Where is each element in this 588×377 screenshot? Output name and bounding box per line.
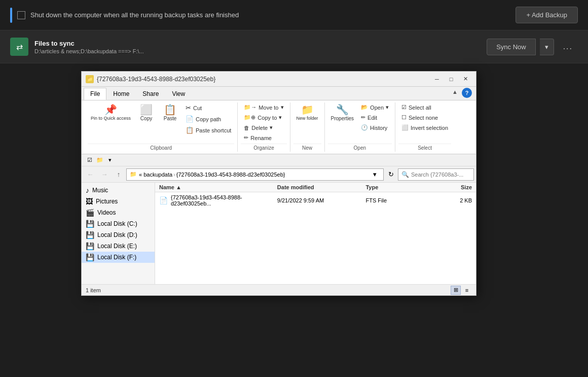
shutdown-checkbox[interactable] — [17, 11, 25, 19]
col-header-type[interactable]: Type — [365, 184, 424, 190]
quick-access-down-icon[interactable]: ▾ — [105, 156, 115, 165]
select-all-button[interactable]: ☑ Select all — [398, 102, 451, 112]
copy-button[interactable]: ⬜ Copy — [135, 102, 158, 123]
tab-file[interactable]: File — [84, 88, 106, 100]
quick-access-folder-icon[interactable]: 📁 — [95, 156, 105, 165]
title-bar-controls: ─ □ ✕ — [430, 74, 472, 84]
ribbon-collapse-icon[interactable]: ▲ — [450, 87, 460, 100]
shutdown-text: Shut down the computer when all the runn… — [30, 11, 239, 19]
table-row[interactable]: 📄 {727608a3-19d3-4543-8988-d23ef03025eb.… — [155, 192, 476, 209]
add-backup-button[interactable]: + Add Backup — [516, 7, 578, 23]
edit-icon: ✏ — [361, 114, 365, 121]
help-icon[interactable]: ? — [462, 88, 472, 98]
select-none-button[interactable]: ☐ Select none — [398, 113, 451, 122]
file-icon: 📄 — [159, 196, 168, 204]
sidebar-label-drive-f: Local Disk (F:) — [97, 254, 136, 261]
edit-button[interactable]: ✏ Edit — [358, 113, 392, 122]
sidebar-item-music[interactable]: ♪ Music — [82, 185, 155, 196]
explorer-sidebar: ♪ Music 🖼 Pictures 🎬 Videos 💾 Local Disk… — [82, 183, 155, 284]
sidebar-item-videos[interactable]: 🎬 Videos — [82, 207, 155, 218]
sidebar-label-videos: Videos — [97, 209, 116, 216]
indicator-bar — [10, 8, 12, 23]
back-button[interactable]: ← — [84, 168, 97, 181]
col-header-name[interactable]: Name ▲ — [159, 184, 277, 190]
sidebar-item-drive-c[interactable]: 💾 Local Disk (C:) — [82, 218, 155, 229]
history-button[interactable]: 🕐 History — [358, 123, 392, 132]
tab-home[interactable]: Home — [106, 88, 136, 100]
sidebar-item-drive-f[interactable]: 💾 Local Disk (F:) — [82, 252, 155, 263]
breadcrumb-chevron: › — [173, 172, 175, 178]
clipboard-label: Clipboard — [88, 144, 234, 152]
rename-button[interactable]: ✏ Rename — [241, 133, 286, 143]
properties-button[interactable]: 🔧 Properties — [328, 102, 357, 123]
forward-button[interactable]: → — [98, 168, 111, 181]
open-button[interactable]: 📂 Open ▾ — [358, 102, 392, 112]
tab-share[interactable]: Share — [136, 88, 165, 100]
pin-quick-access-button[interactable]: 📌 Pin to Quick access — [88, 102, 134, 123]
close-button[interactable]: ✕ — [459, 74, 472, 84]
maximize-button[interactable]: □ — [445, 74, 458, 84]
file-list-header: Name ▲ Date modified Type Size — [155, 183, 476, 192]
clipboard-right-col: ✂ Cut 📄 Copy path 📋 Paste shortcut — [182, 102, 234, 135]
paste-label: Paste — [164, 116, 177, 121]
col-header-date[interactable]: Date modified — [277, 184, 366, 190]
sync-dropdown-button[interactable]: ▾ — [540, 39, 554, 55]
new-label: New — [293, 144, 321, 152]
col-header-size[interactable]: Size — [425, 184, 472, 190]
title-bar-left: 📁 {727608a3-19d3-4543-8988-d23ef03025eb} — [86, 75, 215, 83]
sidebar-label-drive-d: Local Disk (D:) — [97, 231, 137, 238]
refresh-button[interactable]: ↻ — [385, 168, 397, 181]
address-bar[interactable]: 📁 « backupdata › {727608a3-19d3-4543-898… — [126, 168, 384, 181]
sync-more-button[interactable]: ... — [558, 38, 578, 55]
cut-icon: ✂ — [186, 104, 191, 112]
cut-button[interactable]: ✂ Cut — [182, 102, 234, 113]
invert-selection-button[interactable]: ⬜ Invert selection — [398, 123, 451, 132]
ribbon-group-new: 📁 New folder New — [290, 102, 325, 152]
ribbon-group-select: ☑ Select all ☐ Select none ⬜ Invert sele… — [395, 102, 454, 152]
open-label: Open — [328, 144, 392, 152]
open-col: 📂 Open ▾ ✏ Edit 🕐 History — [358, 102, 392, 132]
file-type: FTS File — [365, 197, 424, 203]
select-items: ☑ Select all ☐ Select none ⬜ Invert sele… — [398, 102, 451, 143]
organize-col: 📁→ Move to ▾ 📁⊕ Copy to ▾ 🗑 Delete ▾ — [241, 102, 286, 143]
sidebar-item-pictures[interactable]: 🖼 Pictures — [82, 196, 155, 207]
paste-icon: 📋 — [164, 105, 176, 115]
drive-c-icon: 💾 — [86, 220, 94, 228]
view-icons: ⊞ ≡ — [451, 286, 472, 295]
copy-to-icon: 📁⊕ — [244, 114, 255, 121]
up-button[interactable]: ↑ — [112, 168, 125, 181]
nav-bar: ← → ↑ 📁 « backupdata › {727608a3-19d3-45… — [82, 166, 476, 183]
ribbon-group-organize: 📁→ Move to ▾ 📁⊕ Copy to ▾ 🗑 Delete ▾ — [238, 102, 290, 152]
copy-path-button[interactable]: 📄 Copy path — [182, 114, 234, 124]
sync-now-button[interactable]: Sync Now — [487, 39, 536, 55]
address-dropdown-button[interactable]: ▾ — [369, 169, 380, 180]
details-view-button[interactable]: ⊞ — [451, 286, 461, 295]
sync-info: Files to sync D:\articles & news;D:\back… — [34, 40, 144, 54]
move-to-button[interactable]: 📁→ Move to ▾ — [241, 102, 286, 112]
organize-label: Organize — [241, 144, 286, 152]
sync-bar: ⇄ Files to sync D:\articles & news;D:\ba… — [0, 30, 588, 63]
search-icon: 🔍 — [401, 171, 409, 178]
quick-access-checkbox[interactable]: ☑ — [85, 156, 95, 165]
sidebar-item-drive-e[interactable]: 💾 Local Disk (E:) — [82, 241, 155, 252]
paste-button[interactable]: 📋 Paste — [159, 102, 181, 123]
new-folder-button[interactable]: 📁 New folder — [293, 102, 321, 123]
search-input[interactable] — [411, 172, 481, 178]
sync-bar-left: ⇄ Files to sync D:\articles & news;D:\ba… — [10, 38, 144, 56]
drive-d-icon: 💾 — [86, 231, 94, 239]
search-bar: 🔍 — [398, 168, 474, 181]
sidebar-item-drive-d[interactable]: 💾 Local Disk (D:) — [82, 229, 155, 241]
paste-shortcut-button[interactable]: 📋 Paste shortcut — [182, 125, 234, 135]
open-icon: 📂 — [361, 104, 368, 111]
copy-path-icon: 📄 — [186, 115, 194, 123]
copy-to-button[interactable]: 📁⊕ Copy to ▾ — [241, 113, 286, 122]
breadcrumb-part-2: {727608a3-19d3-4543-8988-d23ef03025eb} — [176, 172, 285, 178]
move-to-icon: 📁→ — [244, 104, 256, 111]
minimize-button[interactable]: ─ — [430, 74, 444, 84]
delete-icon: 🗑 — [244, 125, 249, 131]
new-folder-label: New folder — [297, 116, 318, 121]
tab-view[interactable]: View — [165, 88, 192, 100]
delete-button[interactable]: 🗑 Delete ▾ — [241, 123, 286, 132]
select-col: ☑ Select all ☐ Select none ⬜ Invert sele… — [398, 102, 451, 132]
list-view-button[interactable]: ≡ — [462, 286, 472, 295]
